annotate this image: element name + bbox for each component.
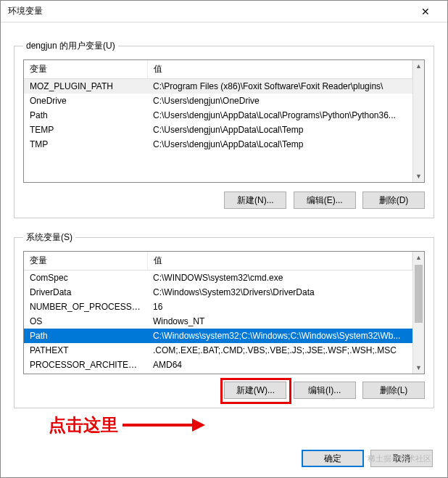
sys-col-value[interactable]: 值 xyxy=(147,252,412,271)
table-row[interactable]: TEMPC:\Users\dengjun\AppData\Local\Temp xyxy=(24,123,412,137)
scroll-up-icon[interactable]: ▲ xyxy=(413,60,424,72)
titlebar: 环境变量 ✕ xyxy=(1,1,447,22)
table-row[interactable]: MOZ_PLUGIN_PATHC:\Program Files (x86)\Fo… xyxy=(24,79,412,94)
system-variables-legend: 系统变量(S) xyxy=(23,231,75,244)
scroll-down-icon[interactable]: ▼ xyxy=(413,362,424,374)
cell-variable: MOZ_PLUGIN_PATH xyxy=(24,79,147,94)
user-new-button[interactable]: 新建(N)... xyxy=(224,191,286,209)
user-delete-button[interactable]: 删除(D) xyxy=(362,191,425,209)
cell-variable: OS xyxy=(24,314,147,329)
sys-scrollbar[interactable]: ▲ ▼ xyxy=(412,252,424,374)
cell-value: C:\Windows\System32\Drivers\DriverData xyxy=(147,285,412,300)
sys-col-variable[interactable]: 变量 xyxy=(24,252,147,271)
user-scrollbar[interactable]: ▲ ▼ xyxy=(412,60,424,182)
cell-variable: OneDrive xyxy=(24,94,147,108)
system-edit-button[interactable]: 编辑(I)... xyxy=(294,382,356,399)
window-title: 环境变量 xyxy=(8,5,43,17)
table-row[interactable]: TMPC:\Users\dengjun\AppData\Local\Temp xyxy=(24,137,412,152)
user-col-variable[interactable]: 变量 xyxy=(24,60,147,79)
table-row[interactable]: OneDriveC:\Users\dengjun\OneDrive xyxy=(24,94,412,108)
cell-value: .COM;.EXE;.BAT;.CMD;.VBS;.VBE;.JS;.JSE;.… xyxy=(147,343,412,358)
table-row[interactable]: PathC:\Windows\system32;C:\Windows;C:\Wi… xyxy=(24,329,412,343)
cell-value: C:\Program Files (x86)\Foxit Software\Fo… xyxy=(147,79,412,94)
system-variables-table[interactable]: 变量 值 ComSpecC:\WINDOWS\system32\cmd.exeD… xyxy=(23,251,425,374)
cell-value: C:\Users\dengjun\AppData\Local\Programs\… xyxy=(147,108,412,123)
cell-variable: TMP xyxy=(24,137,147,152)
system-variables-group: 系统变量(S) 变量 值 ComSpecC:\WINDOWS\system32\… xyxy=(14,231,434,408)
cell-value: 16 xyxy=(147,300,412,314)
cell-variable: ComSpec xyxy=(24,271,147,286)
scroll-down-icon[interactable]: ▼ xyxy=(413,170,424,182)
cell-variable: NUMBER_OF_PROCESSORS xyxy=(24,300,147,314)
ok-button[interactable]: 确定 xyxy=(302,450,364,467)
user-variables-group: dengjun 的用户变量(U) 变量 值 MOZ_PLUGIN_PATHC:\… xyxy=(14,40,434,218)
close-button[interactable]: ✕ xyxy=(411,1,440,22)
cell-variable: DriverData xyxy=(24,285,147,300)
table-row[interactable]: OSWindows_NT xyxy=(24,314,412,329)
table-row[interactable]: NUMBER_OF_PROCESSORS16 xyxy=(24,300,412,314)
cell-variable: TEMP xyxy=(24,123,147,137)
cell-variable: Path xyxy=(24,329,147,343)
user-variables-table[interactable]: 变量 值 MOZ_PLUGIN_PATHC:\Program Files (x8… xyxy=(23,59,425,183)
system-new-button[interactable]: 新建(W)... xyxy=(224,382,286,399)
cell-value: AMD64 xyxy=(147,358,412,372)
table-row[interactable]: PathC:\Users\dengjun\AppData\Local\Progr… xyxy=(24,108,412,123)
cell-value: C:\Users\dengjun\AppData\Local\Temp xyxy=(147,137,412,152)
scroll-thumb[interactable] xyxy=(415,265,423,323)
cell-value: C:\WINDOWS\system32\cmd.exe xyxy=(147,271,412,286)
table-row[interactable]: PATHEXT.COM;.EXE;.BAT;.CMD;.VBS;.VBE;.JS… xyxy=(24,343,412,358)
cancel-button[interactable]: 取消 xyxy=(370,450,433,467)
cell-variable: PATHEXT xyxy=(24,343,147,358)
table-row[interactable]: DriverDataC:\Windows\System32\Drivers\Dr… xyxy=(24,285,412,300)
user-edit-button[interactable]: 编辑(E)... xyxy=(294,191,356,209)
scroll-up-icon[interactable]: ▲ xyxy=(413,252,424,263)
cell-value: C:\Users\dengjun\OneDrive xyxy=(147,94,412,108)
cell-value: Windows_NT xyxy=(147,314,412,329)
user-variables-legend: dengjun 的用户变量(U) xyxy=(23,40,118,52)
user-col-value[interactable]: 值 xyxy=(147,60,412,79)
cell-variable: PROCESSOR_ARCHITECT... xyxy=(24,358,147,372)
table-row[interactable]: PROCESSOR_ARCHITECT...AMD64 xyxy=(24,358,412,372)
cell-value: C:\Windows\system32;C:\Windows;C:\Window… xyxy=(147,329,412,343)
cell-value: C:\Users\dengjun\AppData\Local\Temp xyxy=(147,123,412,137)
system-delete-button[interactable]: 删除(L) xyxy=(362,382,425,399)
cell-variable: Path xyxy=(24,108,147,123)
table-row[interactable]: ComSpecC:\WINDOWS\system32\cmd.exe xyxy=(24,271,412,286)
